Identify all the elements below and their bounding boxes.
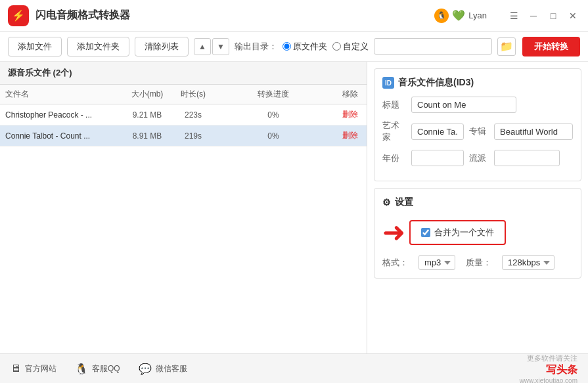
table-body: Christopher Peacock - ... 9.21 MB 223s 0… <box>0 104 367 353</box>
id3-icon-text: ID <box>385 79 392 87</box>
watermark-top-text: 更多软件请关注 <box>520 353 577 363</box>
add-file-button[interactable]: 添加文件 <box>8 37 62 56</box>
file-delete-1[interactable]: 删除 <box>334 125 367 146</box>
format-label: 格式： <box>382 257 408 269</box>
watermark-url: www.xietoutiao.com <box>520 377 577 384</box>
col-header-size: 大小(mb) <box>121 85 173 104</box>
add-folder-button[interactable]: 添加文件夹 <box>67 37 129 56</box>
format-select[interactable]: mp3 wav flac aac ogg <box>418 255 455 270</box>
user-icon-symbol: 🐧 <box>437 11 446 20</box>
watermark-brand: 写头条 <box>520 363 577 377</box>
quality-select[interactable]: 64kbps 128kbps 192kbps 256kbps 320kbps <box>502 255 554 270</box>
toolbar: 添加文件 添加文件夹 清除列表 ▲ ▼ 输出目录： 原文件夹 自定义 📁 开始转… <box>0 32 588 62</box>
col-header-delete: 移除 <box>334 85 367 104</box>
minimize-button[interactable]: ─ <box>526 9 541 23</box>
id3-artist-row: 艺术家 专辑 <box>382 120 573 143</box>
titlebar-left: ⚡ 闪电音频格式转换器 <box>8 5 130 26</box>
move-up-button[interactable]: ▲ <box>194 38 211 55</box>
window-controls: ☰ ─ □ ✕ <box>507 9 580 23</box>
file-list-header: 源音乐文件 (2个) <box>0 62 367 85</box>
radio-original-input[interactable] <box>283 42 291 51</box>
file-progress-0: 0% <box>213 106 334 124</box>
nav-arrows: ▲ ▼ <box>194 38 229 55</box>
footer-website[interactable]: 🖥 官方网站 <box>11 363 57 374</box>
merge-arrow-icon: ➜ <box>382 216 405 248</box>
qq-label: 客服QQ <box>92 363 120 374</box>
merge-checkbox[interactable] <box>421 228 430 237</box>
titlebar: ⚡ 闪电音频格式转换器 🐧 💚 Lyan ☰ ─ □ ✕ <box>0 0 588 32</box>
wechat-label: 微信客服 <box>156 363 187 374</box>
watermark: 更多软件请关注 写头条 www.xietoutiao.com <box>520 353 577 384</box>
id3-album-label: 专辑 <box>469 125 489 137</box>
file-duration-0: 223s <box>173 106 213 124</box>
id3-genre-label: 流派 <box>469 152 489 164</box>
output-radio-group: 原文件夹 自定义 <box>283 41 369 53</box>
file-duration-1: 219s <box>173 127 213 145</box>
delete-button-1[interactable]: 删除 <box>342 130 358 141</box>
move-down-button[interactable]: ▼ <box>212 38 229 55</box>
gear-icon: ⚙ <box>382 197 391 208</box>
id3-artist-input[interactable] <box>411 124 464 140</box>
id3-year-input[interactable] <box>411 150 464 166</box>
app-icon-symbol: ⚡ <box>12 9 25 22</box>
left-panel: 源音乐文件 (2个) 文件名 大小(mb) 时长(s) 转换进度 移除 Chri… <box>0 62 367 353</box>
wechat-status-icon: 💚 <box>452 9 465 22</box>
file-name-1: Connie Talbot - Count ... <box>0 127 121 145</box>
settings-title-text: 设置 <box>395 196 413 208</box>
merge-area: ➜ 合并为一个文件 <box>382 216 506 248</box>
id3-genre-input[interactable] <box>494 150 560 166</box>
start-convert-button[interactable]: 开始转换 <box>522 37 580 56</box>
footer: 🖥 官方网站 🐧 客服QQ 💬 微信客服 更多软件请关注 写头条 www.xie… <box>0 353 588 383</box>
quality-label: 质量： <box>466 257 491 269</box>
footer-qq[interactable]: 🐧 客服QQ <box>75 363 120 375</box>
id3-icon: ID <box>382 77 394 89</box>
table-row[interactable]: Connie Talbot - Count ... 8.91 MB 219s 0… <box>0 125 367 146</box>
table-row[interactable]: Christopher Peacock - ... 9.21 MB 223s 0… <box>0 104 367 125</box>
format-row: 格式： mp3 wav flac aac ogg 质量： 64kbps 128k… <box>382 255 573 270</box>
id3-year-label: 年份 <box>382 152 406 164</box>
file-name-0: Christopher Peacock - ... <box>0 106 121 124</box>
col-header-name: 文件名 <box>0 85 121 104</box>
website-icon: 🖥 <box>11 363 21 374</box>
merge-label: 合并为一个文件 <box>434 227 494 238</box>
user-area: 🐧 💚 Lyan <box>434 9 487 23</box>
col-header-progress: 转换进度 <box>213 85 334 104</box>
id3-title-row: 标题 <box>382 97 573 113</box>
titlebar-right: 🐧 💚 Lyan ☰ ─ □ ✕ <box>434 9 580 23</box>
browse-folder-button[interactable]: 📁 <box>497 37 516 56</box>
app-title: 闪电音频格式转换器 <box>35 9 130 22</box>
maximize-button[interactable]: □ <box>546 9 560 23</box>
qq-icon: 🐧 <box>75 363 88 375</box>
radio-original-label: 原文件夹 <box>293 41 327 53</box>
id3-album-input[interactable] <box>494 124 573 140</box>
output-path-input[interactable] <box>374 38 492 55</box>
id3-title-label: 标题 <box>382 99 406 111</box>
radio-custom[interactable]: 自定义 <box>332 41 369 53</box>
settings-title: ⚙ 设置 <box>382 196 573 208</box>
clear-list-button[interactable]: 清除列表 <box>135 37 189 56</box>
menu-button[interactable]: ☰ <box>507 9 521 23</box>
id3-title-input[interactable] <box>411 97 516 113</box>
id3-section-title: 音乐文件信息(ID3) <box>398 77 474 89</box>
radio-custom-input[interactable] <box>332 42 341 51</box>
id3-artist-label: 艺术家 <box>382 120 406 143</box>
app-icon: ⚡ <box>8 5 29 26</box>
file-size-1: 8.91 MB <box>121 127 173 145</box>
wechat-icon: 💬 <box>139 363 152 375</box>
username: Lyan <box>468 11 487 20</box>
settings-section: ⚙ 设置 ➜ 合并为一个文件 格式： mp3 wav flac <box>374 188 581 279</box>
right-panel: ID 音乐文件信息(ID3) 标题 艺术家 专辑 年份 流派 <box>367 62 588 353</box>
file-progress-1: 0% <box>213 127 334 145</box>
table-header: 文件名 大小(mb) 时长(s) 转换进度 移除 <box>0 85 367 104</box>
id3-title: ID 音乐文件信息(ID3) <box>382 77 573 89</box>
user-avatar: 🐧 <box>434 9 449 23</box>
footer-wechat[interactable]: 💬 微信客服 <box>139 363 187 375</box>
main-area: 源音乐文件 (2个) 文件名 大小(mb) 时长(s) 转换进度 移除 Chri… <box>0 62 588 353</box>
radio-original[interactable]: 原文件夹 <box>283 41 327 53</box>
merge-box: 合并为一个文件 <box>409 220 506 245</box>
file-delete-0[interactable]: 删除 <box>334 104 367 125</box>
delete-button-0[interactable]: 删除 <box>342 109 358 120</box>
close-button[interactable]: ✕ <box>566 9 580 23</box>
output-label: 输出目录： <box>235 41 277 53</box>
website-label: 官方网站 <box>25 363 57 374</box>
